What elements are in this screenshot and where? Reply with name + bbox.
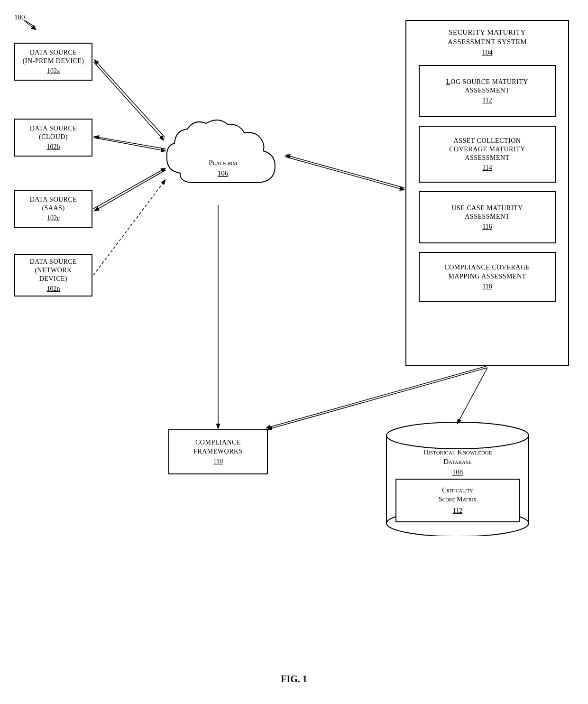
data-source-c-title: Data Source(SaaS) xyxy=(30,195,77,213)
svg-text:Score Matrix: Score Matrix xyxy=(439,496,477,503)
svg-text:Criticality: Criticality xyxy=(442,487,473,494)
svg-text:112: 112 xyxy=(453,507,462,514)
svg-text:106: 106 xyxy=(218,169,229,177)
svg-line-0 xyxy=(24,20,36,27)
svg-line-22 xyxy=(286,155,404,188)
svg-line-23 xyxy=(268,368,487,429)
security-system-box: Security MaturityAssessment System 104 L… xyxy=(405,20,569,366)
svg-line-18 xyxy=(93,168,165,209)
svg-line-24 xyxy=(266,366,486,428)
svg-line-15 xyxy=(95,60,165,138)
log-source-title: Log Source MaturityAssessment xyxy=(446,78,528,95)
svg-text:Database: Database xyxy=(443,458,472,465)
data-source-a-box: Data Source(In-Prem Device) 102a xyxy=(14,43,92,81)
compliance-coverage-title: Compliance CoverageMapping Assessment xyxy=(444,263,530,280)
svg-point-4 xyxy=(386,422,529,449)
svg-line-25 xyxy=(458,368,487,423)
svg-line-20 xyxy=(93,180,165,275)
svg-line-14 xyxy=(93,62,164,140)
svg-line-19 xyxy=(95,170,166,211)
compliance-frameworks-number: 110 xyxy=(213,458,223,465)
use-case-box: Use Case MaturityAssessment 116 xyxy=(419,191,556,243)
data-source-a-number: 102a xyxy=(47,67,60,75)
platform-cloud: Platform 106 xyxy=(161,109,285,204)
data-source-b-title: Data Source(Cloud) xyxy=(30,124,77,141)
data-source-n-number: 102n xyxy=(47,285,60,293)
svg-line-21 xyxy=(285,157,404,190)
use-case-title: Use Case MaturityAssessment xyxy=(451,204,523,221)
asset-collection-box: Asset CollectionCoverage MaturityAssessm… xyxy=(419,126,556,183)
svg-text:108: 108 xyxy=(452,468,463,476)
compliance-frameworks-box: ComplianceFrameworks 110 xyxy=(168,429,268,474)
asset-collection-title: Asset CollectionCoverage MaturityAssessm… xyxy=(449,137,525,163)
log-source-box: Log Source MaturityAssessment 112 xyxy=(419,65,556,117)
security-system-title: Security MaturityAssessment System xyxy=(448,28,527,46)
data-source-c-box: Data Source(SaaS) 102c xyxy=(14,190,92,228)
security-system-number: 104 xyxy=(482,48,493,56)
svg-line-16 xyxy=(93,138,165,151)
data-source-b-number: 102b xyxy=(47,143,60,151)
top-arrow xyxy=(24,20,38,31)
diagram: 100 Data Source(In-Prem Device) 102a Dat… xyxy=(0,0,588,704)
svg-text:Platform: Platform xyxy=(209,158,237,167)
data-source-n-title: Data Source(NetworkDevice) xyxy=(30,258,77,284)
data-source-n-box: Data Source(NetworkDevice) 102n xyxy=(14,254,92,296)
use-case-number: 116 xyxy=(482,223,492,231)
compliance-coverage-number: 118 xyxy=(482,283,492,290)
compliance-frameworks-title: ComplianceFrameworks xyxy=(193,438,243,455)
log-source-number: 112 xyxy=(482,97,492,104)
knowledge-db: Criticality Score Matrix 112 Historical … xyxy=(384,422,531,536)
data-source-a-title: Data Source(In-Prem Device) xyxy=(23,48,84,65)
data-source-c-number: 102c xyxy=(47,214,60,222)
svg-text:Historical Knowledge: Historical Knowledge xyxy=(423,448,492,456)
asset-collection-number: 114 xyxy=(482,164,492,172)
compliance-coverage-box: Compliance CoverageMapping Assessment 11… xyxy=(419,252,556,302)
data-source-b-box: Data Source(Cloud) 102b xyxy=(14,119,92,157)
svg-line-17 xyxy=(95,137,166,149)
fig-label: FIG. 1 xyxy=(256,674,332,685)
